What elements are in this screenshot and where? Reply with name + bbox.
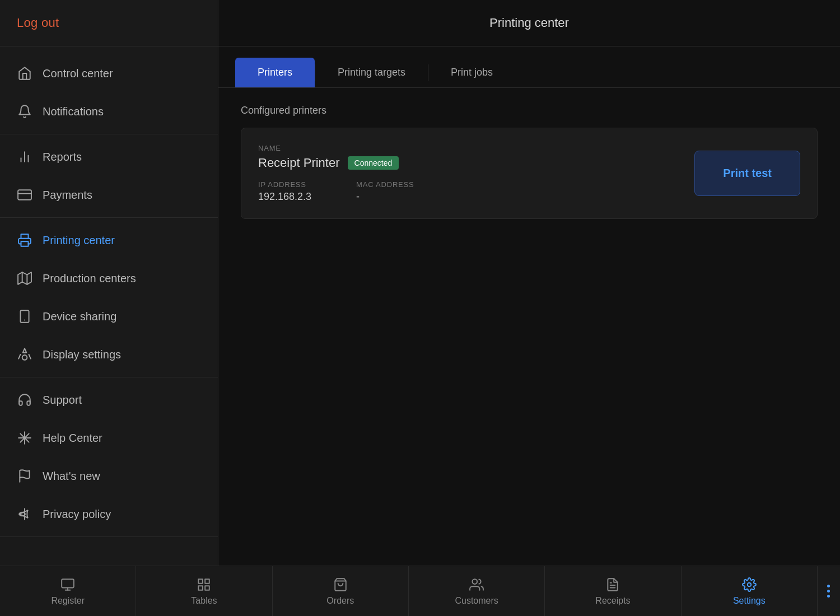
- home-icon: [17, 66, 32, 81]
- bottom-item-register[interactable]: Register: [0, 566, 136, 616]
- sidebar-item-label-payments: Payments: [43, 189, 92, 202]
- ip-value: 192.168.2.3: [258, 191, 311, 202]
- sidebar-item-display-settings[interactable]: Display settings: [0, 335, 218, 374]
- mac-address-group: MAC ADDRESS -: [356, 180, 414, 203]
- printer-card: NAME Receipt Printer Connected IP ADDRES…: [241, 128, 818, 219]
- tab-printers[interactable]: Printers: [235, 58, 315, 87]
- tab-printing-targets[interactable]: Printing targets: [315, 58, 428, 87]
- flag-icon: [17, 468, 32, 484]
- sidebar-item-production-centers[interactable]: Production centers: [0, 259, 218, 297]
- sidebar-item-label-reports: Reports: [43, 151, 82, 164]
- sidebar: Log out Control center Notifications: [0, 0, 218, 566]
- sidebar-item-label-production-centers: Production centers: [43, 272, 136, 285]
- sidebar-item-device-sharing[interactable]: Device sharing: [0, 297, 218, 335]
- smartphone-icon: [17, 309, 32, 324]
- sidebar-item-printing-center[interactable]: Printing center: [0, 221, 218, 259]
- bottom-item-settings[interactable]: Settings: [682, 566, 818, 616]
- sidebar-item-control-center[interactable]: Control center: [0, 54, 218, 92]
- bottom-label-receipts: Receipts: [595, 596, 630, 606]
- svg-rect-9: [20, 310, 29, 323]
- main-content: Printing center Printers Printing target…: [218, 0, 840, 566]
- sidebar-item-label-support: Support: [43, 394, 82, 407]
- svg-rect-24: [206, 579, 210, 584]
- tables-icon: [196, 577, 212, 592]
- sidebar-item-label-whats-new: What's new: [43, 470, 100, 483]
- printer-info: NAME Receipt Printer Connected IP ADDRES…: [258, 144, 694, 203]
- display-icon: [17, 347, 32, 362]
- dot-2: [827, 590, 830, 592]
- svg-point-11: [22, 355, 27, 360]
- dot-3: [827, 595, 830, 598]
- svg-rect-20: [62, 579, 74, 587]
- tabs-bar: Printers Printing targets Print jobs: [218, 46, 840, 88]
- page-header: Printing center: [218, 0, 840, 46]
- sidebar-item-label-privacy-policy: Privacy policy: [43, 508, 111, 521]
- bottom-label-orders: Orders: [326, 596, 354, 606]
- orders-icon: [333, 577, 348, 592]
- register-icon: [60, 577, 76, 592]
- svg-rect-26: [206, 586, 210, 590]
- sidebar-item-label-notifications: Notifications: [43, 105, 104, 118]
- svg-rect-23: [199, 579, 203, 584]
- printer-name: Receipt Printer: [258, 156, 340, 170]
- bottom-item-customers[interactable]: Customers: [409, 566, 545, 616]
- logout-button[interactable]: Log out: [17, 16, 59, 30]
- credit-card-icon: [17, 187, 32, 203]
- bottom-item-receipts[interactable]: Receipts: [545, 566, 681, 616]
- svg-point-31: [748, 582, 752, 586]
- svg-rect-5: [21, 241, 29, 246]
- svg-point-28: [473, 579, 478, 584]
- svg-marker-6: [18, 272, 31, 284]
- bottom-label-tables: Tables: [191, 596, 217, 606]
- scale-icon: [17, 506, 32, 522]
- sidebar-item-label-control-center: Control center: [43, 67, 113, 80]
- bottom-label-settings: Settings: [733, 596, 766, 606]
- more-dots[interactable]: [818, 566, 840, 616]
- sidebar-item-privacy-policy[interactable]: Privacy policy: [0, 495, 218, 533]
- receipts-icon: [605, 577, 620, 592]
- printer-icon: [17, 232, 32, 248]
- content-area: Configured printers NAME Receipt Printer…: [218, 88, 840, 566]
- nav-group-2: Reports Payments: [0, 134, 218, 218]
- printer-name-label: NAME: [258, 144, 694, 152]
- nav-group-4: Support Help Center What's new: [0, 377, 218, 537]
- mac-value: -: [356, 191, 360, 202]
- sidebar-item-help-center[interactable]: Help Center: [0, 419, 218, 457]
- sidebar-item-label-printing-center: Printing center: [43, 234, 115, 247]
- sidebar-item-label-display-settings: Display settings: [43, 348, 121, 361]
- settings-icon: [741, 577, 757, 592]
- sidebar-item-payments[interactable]: Payments: [0, 176, 218, 214]
- printer-details: IP ADDRESS 192.168.2.3 MAC ADDRESS -: [258, 180, 694, 203]
- headset-icon: [17, 392, 32, 408]
- ip-label: IP ADDRESS: [258, 180, 311, 189]
- nav-group-3: Printing center Production centers Devic…: [0, 218, 218, 377]
- bottom-item-tables[interactable]: Tables: [136, 566, 272, 616]
- ip-address-group: IP ADDRESS 192.168.2.3: [258, 180, 311, 203]
- bell-icon: [17, 104, 32, 119]
- tab-print-jobs[interactable]: Print jobs: [428, 58, 515, 87]
- printer-name-row: Receipt Printer Connected: [258, 156, 694, 170]
- svg-line-12: [18, 354, 20, 359]
- bottom-label-register: Register: [51, 596, 85, 606]
- sidebar-item-label-help-center: Help Center: [43, 432, 102, 445]
- dot-1: [827, 585, 830, 587]
- bottom-item-orders[interactable]: Orders: [273, 566, 409, 616]
- print-test-button[interactable]: Print test: [694, 151, 800, 196]
- bottom-label-customers: Customers: [455, 596, 498, 606]
- bottom-bar: Register Tables Orders Customers Receipt…: [0, 566, 840, 616]
- map-icon: [17, 270, 32, 286]
- nav-group-1: Control center Notifications: [0, 51, 218, 134]
- sidebar-item-reports[interactable]: Reports: [0, 138, 218, 176]
- logout-section: Log out: [0, 0, 218, 46]
- asterisk-icon: [17, 430, 32, 446]
- page-title: Printing center: [241, 16, 818, 30]
- svg-rect-25: [199, 586, 203, 590]
- chart-icon: [17, 149, 32, 165]
- sidebar-item-whats-new[interactable]: What's new: [0, 457, 218, 495]
- sidebar-item-support[interactable]: Support: [0, 381, 218, 419]
- sidebar-item-notifications[interactable]: Notifications: [0, 92, 218, 130]
- section-title-configured-printers: Configured printers: [241, 105, 818, 116]
- svg-rect-3: [18, 190, 31, 199]
- customers-icon: [469, 577, 484, 592]
- sidebar-nav: Control center Notifications Reports: [0, 46, 218, 566]
